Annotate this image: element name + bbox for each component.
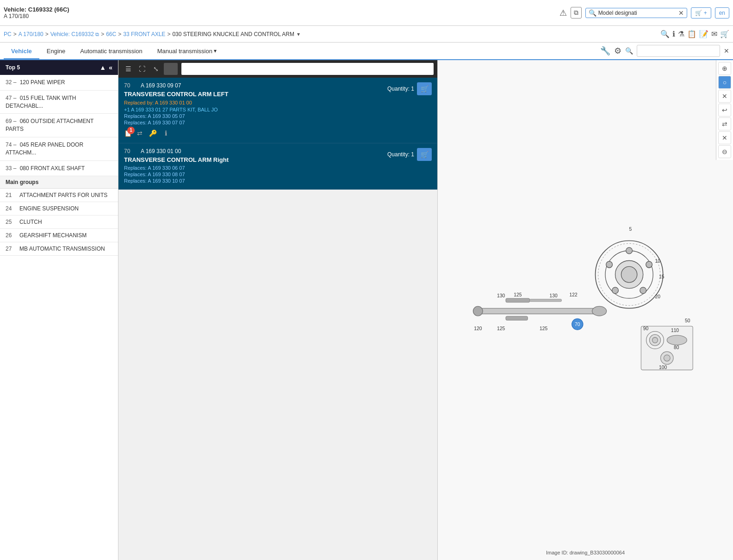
diagram-rotate-btn[interactable]: ↩ xyxy=(718,104,731,117)
nav-tab-icons: 🔧 ⚙ 🔍 ✕ xyxy=(600,45,729,57)
svg-point-16 xyxy=(473,306,483,316)
svg-point-33 xyxy=(652,337,658,343)
alert-icon[interactable]: ⚠ xyxy=(559,8,567,18)
sidebar-main-groups-header: Main groups xyxy=(0,176,118,189)
mail-icon[interactable]: ✉ xyxy=(711,30,717,38)
sidebar-group-26[interactable]: 26 GEARSHIFT MECHANISM xyxy=(0,229,118,242)
diagram-image: 5 10 15 20 50 xyxy=(438,60,733,560)
breadcrumb-item-pc[interactable]: PC xyxy=(4,31,12,37)
toolbar-grid-icon[interactable]: ☰ xyxy=(122,63,134,75)
svg-point-6 xyxy=(640,287,646,294)
cart-plus-label: + xyxy=(704,10,707,16)
nav-search-input[interactable] xyxy=(637,45,720,57)
part-1-cart-button[interactable]: 🛒 xyxy=(417,82,432,95)
diagram-flip-btn[interactable]: ⇄ xyxy=(718,117,731,130)
breadcrumb-current: 030 STEERING KNUCKLE AND CONTROL ARM xyxy=(172,31,294,37)
breadcrumb-sep-2: > xyxy=(45,31,49,37)
svg-text:100: 100 xyxy=(659,365,667,370)
sidebar-scroll-area: 32 – 120 PANE WIPER 47 – 015 FUEL TANK W… xyxy=(0,75,118,256)
cart-icon[interactable]: 🛒 xyxy=(720,30,729,38)
tab-dropdown-icon: ▾ xyxy=(214,48,217,54)
sidebar-top-item-4[interactable]: 74 – 045 REAR PANEL DOOR ATTACHM... xyxy=(0,137,118,161)
sidebar-header: Top 5 ▲ « xyxy=(0,60,118,75)
toolbar-fullscreen-icon[interactable]: ⤡ xyxy=(150,63,162,75)
svg-text:5: 5 xyxy=(629,227,632,232)
cart-add-button[interactable]: 🛒 + xyxy=(691,7,711,18)
search-input[interactable] xyxy=(598,10,678,16)
nav-tool-icon-2[interactable]: ⚙ xyxy=(614,46,621,56)
svg-text:130: 130 xyxy=(550,293,558,298)
svg-text:122: 122 xyxy=(570,292,578,297)
svg-point-36 xyxy=(664,355,670,361)
part-2-pos: 70 xyxy=(124,148,133,154)
sidebar-group-25[interactable]: 25 CLUTCH xyxy=(0,215,118,229)
diagram-close2-btn[interactable]: ✕ xyxy=(718,131,731,144)
part-1-swap-icon[interactable]: ⇄ xyxy=(135,128,145,138)
nav-clear-icon[interactable]: ✕ xyxy=(724,47,729,55)
breadcrumb-icons: 🔍 ℹ ⚗ 📋 📝 ✉ 🛒 xyxy=(660,30,729,38)
part-1-extra: +1 A 169 333 01 27 PARTS KIT, BALL JO xyxy=(124,107,432,112)
sidebar-group-27[interactable]: 27 MB AUTOMATIC TRANSMISSION xyxy=(0,242,118,256)
svg-text:50: 50 xyxy=(685,318,690,323)
svg-point-34 xyxy=(667,335,687,345)
svg-rect-15 xyxy=(474,308,601,314)
filter-icon[interactable]: ⚗ xyxy=(678,30,684,38)
diagram-close-btn[interactable]: ✕ xyxy=(718,90,731,103)
diagram-area: ⊕ ○ ✕ ↩ ⇄ ✕ ⊖ xyxy=(438,60,733,560)
svg-text:120: 120 xyxy=(474,326,482,331)
sidebar-expand-icon[interactable]: « xyxy=(109,64,112,71)
document-icon[interactable]: 📋 xyxy=(687,30,696,38)
tab-manual-transmission[interactable]: Manual transmission ▾ xyxy=(150,44,224,59)
part-2-qty: Quantity: 1 🛒 xyxy=(387,148,432,161)
diagram-svg: 5 10 15 20 50 xyxy=(451,211,720,410)
breadcrumb-sep-4: > xyxy=(118,31,121,37)
part-1-code: A 169 330 09 07 xyxy=(141,82,181,89)
parts-search-input[interactable] xyxy=(181,63,434,75)
tab-vehicle[interactable]: Vehicle xyxy=(4,44,39,59)
wis-icon[interactable]: 📝 xyxy=(699,30,708,38)
svg-rect-18 xyxy=(506,298,530,302)
sidebar-top-item-5[interactable]: 33 – 080 FRONT AXLE SHAFT xyxy=(0,161,118,177)
breadcrumb-item-model[interactable]: A 170/180 xyxy=(19,31,43,37)
search-icon[interactable]: 🔍 xyxy=(589,9,596,17)
sidebar-top-item-2[interactable]: 47 – 015 FUEL TANK WITH DETACHABL... xyxy=(0,91,118,114)
sidebar-title: Top 5 xyxy=(6,64,20,71)
nav-tool-icon-1[interactable]: 🔧 xyxy=(600,46,610,56)
diagram-reset-btn[interactable]: ○ xyxy=(718,76,731,89)
sidebar-top-item-3[interactable]: 69 – 060 OUTSIDE ATTACHMENT PARTS xyxy=(0,114,118,137)
svg-text:125: 125 xyxy=(514,292,522,297)
part-row-2[interactable]: 70 A 169 330 01 00 TRANSVERSE CONTROL AR… xyxy=(118,143,437,190)
sidebar: Top 5 ▲ « 32 – 120 PANE WIPER 47 – 015 F… xyxy=(0,60,118,560)
diagram-zoom-out-btn[interactable]: ⊖ xyxy=(718,145,731,158)
tab-engine[interactable]: Engine xyxy=(39,44,73,59)
part-2-code: A 169 330 01 00 xyxy=(141,148,181,154)
top-bar-left: Vehicle: C169332 (66C) A 170/180 xyxy=(4,6,69,19)
breadcrumb-item-66c[interactable]: 66C xyxy=(106,31,116,37)
diagram-zoom-in-btn[interactable]: ⊕ xyxy=(718,62,731,75)
copy-icon[interactable]: ⧉ xyxy=(571,7,582,18)
sidebar-group-24[interactable]: 24 ENGINE SUSPENSION xyxy=(0,202,118,215)
sidebar-top-item-1[interactable]: 32 – 120 PANE WIPER xyxy=(0,75,118,91)
nav-search-icon[interactable]: 🔍 xyxy=(625,47,633,55)
toolbar-expand-icon[interactable]: ⛶ xyxy=(136,63,148,75)
breadcrumb-dropdown-icon[interactable]: ▾ xyxy=(297,31,300,37)
vehicle-sub: A 170/180 xyxy=(4,13,69,19)
part-1-key-icon[interactable]: 🔑 xyxy=(148,128,158,138)
main-layout: Top 5 ▲ « 32 – 120 PANE WIPER 47 – 015 F… xyxy=(0,60,733,560)
search-clear-icon[interactable]: ✕ xyxy=(678,9,684,17)
sidebar-collapse-icon[interactable]: ▲ xyxy=(99,64,106,71)
language-button[interactable]: en xyxy=(715,7,729,18)
breadcrumb-item-vehicle[interactable]: Vehicle: C169332 ⧉ xyxy=(50,31,99,37)
part-2-name: TRANSVERSE CONTROL ARM Right xyxy=(124,156,387,164)
part-1-info-icon[interactable]: ℹ xyxy=(161,128,171,138)
breadcrumb-item-front-axle[interactable]: 33 FRONT AXLE xyxy=(123,31,165,37)
info-icon[interactable]: ℹ xyxy=(672,30,675,38)
breadcrumb-sep-5: > xyxy=(167,31,170,37)
part-2-cart-button[interactable]: 🛒 xyxy=(417,148,432,161)
tab-automatic-transmission[interactable]: Automatic transmission xyxy=(73,44,149,59)
zoom-icon[interactable]: 🔍 xyxy=(660,30,670,38)
sidebar-group-21[interactable]: 21 ATTACHMENT PARTS FOR UNITS xyxy=(0,189,118,202)
part-row-1[interactable]: 70 A 169 330 09 07 TRANSVERSE CONTROL AR… xyxy=(118,78,437,143)
svg-text:20: 20 xyxy=(655,294,661,299)
breadcrumb-sep-1: > xyxy=(13,31,17,37)
